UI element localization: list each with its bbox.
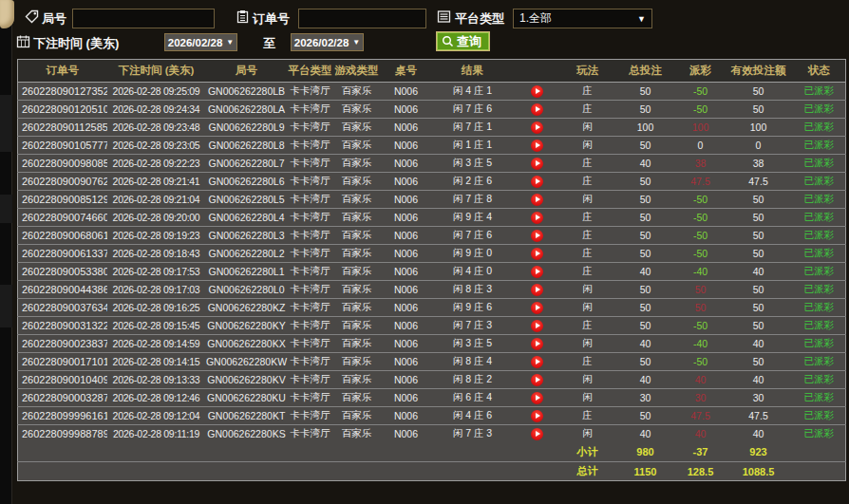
column-header-replay bbox=[514, 60, 561, 83]
replay-cell bbox=[514, 353, 561, 371]
cell-result: 闲 8 庄 3 bbox=[432, 281, 514, 299]
platform-type-select[interactable]: 1.全部 ▼ bbox=[513, 9, 652, 28]
cell-total-bet: 100 bbox=[614, 119, 677, 137]
cell-bet-time: 2026-02-28 09:22:23 bbox=[107, 155, 206, 173]
replay-play-icon[interactable] bbox=[531, 140, 543, 152]
cell-payout: -40 bbox=[677, 335, 725, 353]
query-button[interactable]: 查询 bbox=[436, 31, 490, 51]
replay-play-icon[interactable] bbox=[531, 320, 543, 332]
cell-bet-time: 2026-02-28 09:25:09 bbox=[107, 83, 206, 101]
cell-round-no: GN006262280L0 bbox=[206, 281, 288, 299]
cell-total-bet: 50 bbox=[614, 101, 677, 119]
replay-play-icon[interactable] bbox=[531, 176, 543, 188]
column-header-total-bet: 总投注 bbox=[614, 60, 677, 83]
cell-total-bet: 50 bbox=[614, 299, 677, 317]
cell-game-type: 百家乐 bbox=[333, 191, 381, 209]
bet-records-table: 订单号 下注时间 (美东) 局号 平台类型 游戏类型 桌号 结果 玩法 总投注 … bbox=[17, 59, 846, 481]
replay-play-icon[interactable] bbox=[531, 230, 543, 242]
cell-result: 闲 9 庄 6 bbox=[432, 299, 514, 317]
column-header-game-type: 游戏类型 bbox=[333, 60, 381, 83]
cell-bet-time: 2026-02-28 09:20:00 bbox=[107, 209, 206, 227]
cell-play-type: 闲 bbox=[561, 191, 614, 209]
cell-game-type: 百家乐 bbox=[333, 83, 381, 101]
cell-status: 已派彩 bbox=[793, 389, 846, 407]
cell-valid-bet: 50 bbox=[725, 227, 793, 245]
cell-platform: 卡卡湾厅 bbox=[288, 101, 333, 119]
cell-platform: 卡卡湾厅 bbox=[288, 425, 333, 443]
cell-payout: 100 bbox=[677, 119, 725, 137]
grand-total-label: 总计 bbox=[561, 462, 614, 481]
cell-platform: 卡卡湾厅 bbox=[288, 335, 333, 353]
replay-play-icon[interactable] bbox=[531, 212, 543, 224]
cell-play-type: 庄 bbox=[561, 353, 614, 371]
cell-play-type: 庄 bbox=[561, 407, 614, 425]
replay-play-icon[interactable] bbox=[531, 121, 543, 134]
replay-play-icon[interactable] bbox=[531, 428, 543, 440]
replay-play-icon[interactable] bbox=[531, 392, 543, 404]
subtotal-label: 小计 bbox=[561, 443, 614, 462]
cell-valid-bet: 50 bbox=[725, 353, 793, 371]
cell-payout: -50 bbox=[677, 317, 725, 335]
replay-play-icon[interactable] bbox=[531, 103, 543, 116]
cell-order-no: 260228090061337 bbox=[18, 245, 107, 263]
replay-play-icon[interactable] bbox=[531, 248, 543, 260]
cell-table-no: N006 bbox=[381, 407, 432, 425]
cell-platform: 卡卡湾厅 bbox=[288, 371, 333, 389]
order-no-input[interactable] bbox=[298, 9, 426, 28]
grand-total-total-bet: 1150 bbox=[614, 462, 677, 481]
cell-status: 已派彩 bbox=[793, 101, 846, 119]
cell-status: 已派彩 bbox=[793, 299, 846, 317]
replay-play-icon[interactable] bbox=[531, 302, 543, 314]
replay-play-icon[interactable] bbox=[531, 410, 543, 422]
table-row: 2602280999961612026-02-28 09:12:04GN0062… bbox=[18, 407, 846, 425]
replay-play-icon[interactable] bbox=[531, 338, 543, 350]
cell-play-type: 庄 bbox=[561, 227, 614, 245]
cell-bet-time: 2026-02-28 09:23:48 bbox=[107, 119, 206, 137]
cell-table-no: N006 bbox=[381, 281, 432, 299]
round-no-input[interactable] bbox=[72, 9, 215, 28]
cell-total-bet: 50 bbox=[614, 191, 677, 209]
cell-valid-bet: 40 bbox=[725, 425, 793, 443]
replay-cell bbox=[514, 173, 561, 191]
replay-play-icon[interactable] bbox=[531, 266, 543, 278]
cell-bet-time: 2026-02-28 09:19:23 bbox=[107, 227, 206, 245]
cell-status: 已派彩 bbox=[793, 317, 846, 335]
bet-table-body: 2602280901273522026-02-28 09:25:09GN0062… bbox=[18, 83, 846, 443]
replay-play-icon[interactable] bbox=[531, 374, 543, 386]
cell-payout: -50 bbox=[677, 353, 725, 371]
cell-payout: 38 bbox=[677, 155, 725, 173]
cell-total-bet: 50 bbox=[614, 137, 677, 155]
cell-status: 已派彩 bbox=[793, 83, 846, 101]
cell-play-type: 闲 bbox=[561, 389, 614, 407]
cell-bet-time: 2026-02-28 09:12:46 bbox=[107, 389, 206, 407]
cell-round-no: GN006262280L6 bbox=[206, 173, 288, 191]
cell-order-no: 260228090098085 bbox=[18, 155, 107, 173]
replay-play-icon[interactable] bbox=[531, 85, 543, 98]
cell-play-type: 闲 bbox=[561, 281, 614, 299]
cell-platform: 卡卡湾厅 bbox=[288, 209, 333, 227]
cell-table-no: N006 bbox=[381, 83, 432, 101]
platform-type-value: 1.全部 bbox=[519, 10, 637, 27]
replay-cell bbox=[514, 119, 561, 137]
replay-play-icon[interactable] bbox=[531, 158, 543, 170]
cell-status: 已派彩 bbox=[793, 335, 846, 353]
cell-bet-time: 2026-02-28 09:14:59 bbox=[107, 335, 206, 353]
table-row: 2602280901057772026-02-28 09:23:05GN0062… bbox=[18, 137, 846, 155]
cell-round-no: GN006262280L7 bbox=[206, 155, 288, 173]
replay-play-icon[interactable] bbox=[531, 194, 543, 206]
replay-play-icon[interactable] bbox=[531, 284, 543, 296]
cell-game-type: 百家乐 bbox=[333, 119, 381, 137]
table-row: 2602280900032872026-02-28 09:12:46GN0062… bbox=[18, 389, 846, 407]
cell-valid-bet: 50 bbox=[725, 209, 793, 227]
cell-status: 已派彩 bbox=[793, 281, 846, 299]
cell-platform: 卡卡湾厅 bbox=[288, 317, 333, 335]
cell-result: 闲 7 庄 3 bbox=[432, 317, 514, 335]
date-from-select[interactable]: 2026/02/28 ▼ bbox=[164, 33, 237, 51]
cell-round-no: GN006262280LB bbox=[206, 83, 288, 101]
date-to-select[interactable]: 2026/02/28 ▼ bbox=[291, 33, 364, 51]
replay-play-icon[interactable] bbox=[531, 356, 543, 368]
cell-platform: 卡卡湾厅 bbox=[288, 137, 333, 155]
cell-payout: -40 bbox=[677, 263, 725, 281]
cell-bet-time: 2026-02-28 09:14:15 bbox=[107, 353, 206, 371]
replay-cell bbox=[514, 209, 561, 227]
